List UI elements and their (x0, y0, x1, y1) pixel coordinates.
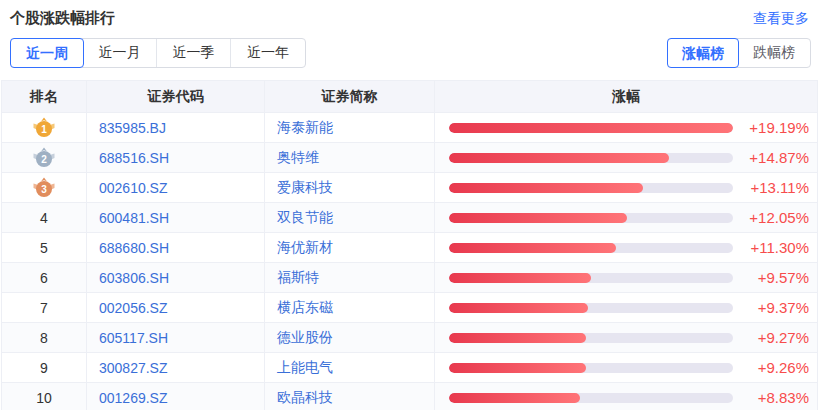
stock-code-link[interactable]: 002610.SZ (87, 173, 265, 203)
panel-header: 个股涨跌幅排行 查看更多 (0, 0, 819, 28)
change-bar-track (449, 243, 733, 253)
change-bar-fill (449, 393, 580, 403)
stock-name-link[interactable]: 爱康科技 (265, 173, 435, 203)
change-bar-fill (449, 183, 643, 193)
table-row[interactable]: 1835985.BJ海泰新能+19.19% (2, 113, 818, 143)
change-cell: +9.27% (435, 323, 818, 353)
change-cell: +11.30% (435, 233, 818, 263)
rank-cell: 4 (2, 203, 87, 233)
stock-code-link[interactable]: 002056.SZ (87, 293, 265, 323)
change-bar-track (449, 213, 733, 223)
rank-cell: 2 (2, 143, 87, 173)
stock-name-link[interactable]: 奥特维 (265, 143, 435, 173)
change-bar-track (449, 303, 733, 313)
stock-code-link[interactable]: 300827.SZ (87, 353, 265, 383)
column-header: 证券简称 (265, 81, 435, 113)
rank-cell: 9 (2, 353, 87, 383)
stock-name-link[interactable]: 上能电气 (265, 353, 435, 383)
change-percent: +9.27% (733, 329, 809, 346)
rank-cell: 6 (2, 263, 87, 293)
change-bar-fill (449, 213, 627, 223)
change-cell: +9.26% (435, 353, 818, 383)
change-bar-track (449, 273, 733, 283)
tabs-row: 近一周近一月近一季近一年 涨幅榜跌幅榜 (0, 28, 819, 68)
change-cell: +14.87% (435, 143, 818, 173)
change-percent: +12.05% (733, 209, 809, 226)
rank-cell: 7 (2, 293, 87, 323)
stock-name-link[interactable]: 德业股份 (265, 323, 435, 353)
stock-code-link[interactable]: 688516.SH (87, 143, 265, 173)
change-bar-fill (449, 153, 669, 163)
rank-cell: 10 (2, 383, 87, 410)
table-row[interactable]: 5688680.SH海优新材+11.30% (2, 233, 818, 263)
change-bar-track (449, 363, 733, 373)
rank-cell: 1 (2, 113, 87, 143)
change-percent: +8.83% (733, 389, 809, 406)
rank-medal-icon: 2 (32, 147, 56, 169)
change-percent: +9.37% (733, 299, 809, 316)
column-header: 涨幅 (435, 81, 818, 113)
ranking-table: 排名证券代码证券简称涨幅 1835985.BJ海泰新能+19.19%268851… (1, 80, 818, 410)
table-row[interactable]: 9300827.SZ上能电气+9.26% (2, 353, 818, 383)
change-bar-track (449, 333, 733, 343)
stock-code-link[interactable]: 001269.SZ (87, 383, 265, 410)
rank-medal-icon: 1 (32, 117, 56, 139)
board-tabs: 涨幅榜跌幅榜 (667, 38, 811, 68)
stock-name-link[interactable]: 欧晶科技 (265, 383, 435, 410)
change-cell: +9.57% (435, 263, 818, 293)
change-bar-fill (449, 363, 586, 373)
rank-cell: 3 (2, 173, 87, 203)
period-tab-option[interactable]: 近一月 (83, 39, 157, 67)
change-percent: +14.87% (733, 149, 809, 166)
stock-ranking-panel: 个股涨跌幅排行 查看更多 近一周近一月近一季近一年 涨幅榜跌幅榜 排名证券代码证… (0, 0, 819, 410)
change-bar-track (449, 393, 733, 403)
rank-cell: 5 (2, 233, 87, 263)
change-bar-track (449, 123, 733, 133)
change-percent: +19.19% (733, 119, 809, 136)
table-row[interactable]: 10001269.SZ欧晶科技+8.83% (2, 383, 818, 410)
rank-cell: 8 (2, 323, 87, 353)
change-bar-fill (449, 333, 586, 343)
stock-code-link[interactable]: 835985.BJ (87, 113, 265, 143)
change-percent: +9.57% (733, 269, 809, 286)
table-row[interactable]: 8605117.SH德业股份+9.27% (2, 323, 818, 353)
change-percent: +11.30% (733, 239, 809, 256)
table-row[interactable]: 7002056.SZ横店东磁+9.37% (2, 293, 818, 323)
period-tabs: 近一周近一月近一季近一年 (10, 38, 306, 68)
change-cell: +12.05% (435, 203, 818, 233)
stock-code-link[interactable]: 603806.SH (87, 263, 265, 293)
stock-code-link[interactable]: 688680.SH (87, 233, 265, 263)
view-more-link[interactable]: 查看更多 (753, 10, 809, 28)
table-row[interactable]: 2688516.SH奥特维+14.87% (2, 143, 818, 173)
change-bar-fill (449, 303, 588, 313)
period-tab-option[interactable]: 近一季 (157, 39, 231, 67)
change-bar-fill (449, 123, 733, 133)
board-tab-selected[interactable]: 涨幅榜 (667, 38, 739, 68)
change-bar-track (449, 153, 733, 163)
change-bar-fill (449, 243, 616, 253)
change-cell: +19.19% (435, 113, 818, 143)
change-percent: +13.11% (733, 179, 809, 196)
table-header-row: 排名证券代码证券简称涨幅 (2, 81, 818, 113)
svg-text:1: 1 (41, 123, 47, 134)
stock-code-link[interactable]: 600481.SH (87, 203, 265, 233)
table-row[interactable]: 3002610.SZ爱康科技+13.11% (2, 173, 818, 203)
rank-medal-icon: 3 (32, 177, 56, 199)
period-tab-option[interactable]: 近一年 (231, 39, 305, 67)
period-tab-selected[interactable]: 近一周 (10, 38, 84, 68)
table-row[interactable]: 6603806.SH福斯特+9.57% (2, 263, 818, 293)
change-cell: +9.37% (435, 293, 818, 323)
stock-name-link[interactable]: 横店东磁 (265, 293, 435, 323)
change-cell: +8.83% (435, 383, 818, 410)
column-header: 排名 (2, 81, 87, 113)
stock-code-link[interactable]: 605117.SH (87, 323, 265, 353)
board-tab-option[interactable]: 跌幅榜 (738, 39, 810, 67)
table-row[interactable]: 4600481.SH双良节能+12.05% (2, 203, 818, 233)
change-bar-fill (449, 273, 591, 283)
stock-name-link[interactable]: 海泰新能 (265, 113, 435, 143)
column-header: 证券代码 (87, 81, 265, 113)
stock-name-link[interactable]: 海优新材 (265, 233, 435, 263)
stock-name-link[interactable]: 福斯特 (265, 263, 435, 293)
stock-name-link[interactable]: 双良节能 (265, 203, 435, 233)
change-percent: +9.26% (733, 359, 809, 376)
